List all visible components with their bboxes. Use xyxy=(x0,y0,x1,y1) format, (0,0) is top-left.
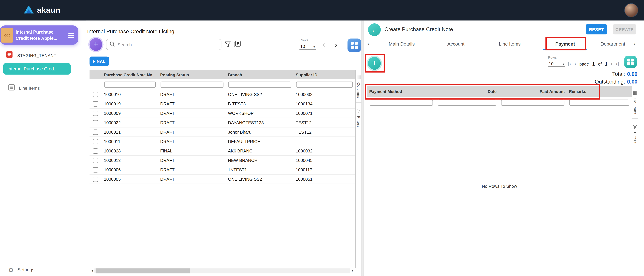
filter-remarks-input[interactable] xyxy=(569,99,629,106)
tenant-selector[interactable]: STAGING_TENANT xyxy=(6,51,56,60)
filter-branch-input[interactable] xyxy=(228,81,291,88)
row-checkbox[interactable] xyxy=(93,148,98,153)
table-row[interactable]: 1000022DRAFTDAYANGTEST123TEST12 xyxy=(90,118,356,128)
create-credit-note-panel: ← Create Purchase Credit Note RESET CREA… xyxy=(364,20,644,276)
column-header-supplier-id[interactable]: Supplier ID xyxy=(294,72,355,77)
add-payment-button[interactable]: + xyxy=(368,57,381,70)
detail-title: Create Purchase Credit Note xyxy=(384,26,453,32)
active-tab-underline xyxy=(543,49,587,50)
tab-line-items[interactable]: Line Items xyxy=(490,38,529,50)
filter-note-no-input[interactable] xyxy=(104,81,156,88)
table-row[interactable]: 1000011DRAFTDEFAULTPRICE xyxy=(90,137,356,146)
menu-icon[interactable] xyxy=(68,31,74,39)
column-header-paid-amount[interactable]: Paid Amount xyxy=(498,89,567,94)
filters-tab-label: Filters xyxy=(633,132,637,143)
add-credit-note-button[interactable]: + xyxy=(90,38,102,51)
of-label: of xyxy=(598,61,602,66)
rows-per-page-widget: Rows 10 ▾ xyxy=(300,38,316,50)
table-settings-button[interactable] xyxy=(348,38,361,52)
tab-department[interactable]: Department xyxy=(594,38,632,50)
create-button[interactable]: CREATE xyxy=(613,24,636,34)
first-page-icon[interactable]: |‹ xyxy=(568,61,571,66)
brand-name: akaun xyxy=(37,6,60,15)
tenant-name: STAGING_TENANT xyxy=(17,53,56,58)
column-header-payment-method[interactable]: Payment Method xyxy=(367,89,436,94)
filter-icon[interactable] xyxy=(225,41,231,47)
row-checkbox[interactable] xyxy=(93,176,98,182)
payment-table: Payment Method Date Paid Amount Remarks xyxy=(367,86,632,108)
column-header-posting-status[interactable]: Posting Status xyxy=(158,72,226,77)
tab-main-details[interactable]: Main Details xyxy=(380,38,423,50)
column-header-branch[interactable]: Branch xyxy=(226,72,294,77)
copy-list-icon[interactable] xyxy=(234,40,240,47)
akaun-triangle-icon xyxy=(24,5,34,15)
scrollbar-thumb[interactable] xyxy=(96,268,190,273)
row-checkbox[interactable] xyxy=(93,101,98,106)
row-checkbox[interactable] xyxy=(93,129,98,135)
rows-per-page-select[interactable]: 10 ▾ xyxy=(548,60,565,67)
row-checkbox[interactable] xyxy=(93,120,98,125)
tenant-icon xyxy=(6,51,13,60)
final-status-filter-chip[interactable]: FINAL xyxy=(90,56,109,66)
scroll-left-icon[interactable]: ◂ xyxy=(90,268,94,274)
listing-title: Internal Purchase Credit Note Listing xyxy=(87,28,174,34)
columns-panel-toggle[interactable]: Columns xyxy=(356,73,360,98)
filter-paid-amount-input[interactable] xyxy=(501,99,564,106)
prev-page-icon[interactable]: ‹ xyxy=(322,40,326,49)
table-row[interactable]: 1000005DRAFTONE LIVING SS21000051 xyxy=(90,175,356,184)
row-checkbox[interactable] xyxy=(93,167,98,172)
rows-per-page-select[interactable]: 10 ▾ xyxy=(300,43,316,50)
scrollbar-track[interactable] xyxy=(94,268,350,273)
column-header-date[interactable]: Date xyxy=(436,89,498,94)
columns-panel-toggle[interactable]: Columns xyxy=(633,89,637,115)
panel-divider xyxy=(362,20,364,276)
row-checkbox[interactable] xyxy=(93,92,98,97)
caret-down-icon: ▾ xyxy=(313,45,315,49)
search-input[interactable] xyxy=(118,42,221,47)
user-avatar[interactable] xyxy=(624,3,638,17)
last-page-icon[interactable]: ›| xyxy=(616,61,619,66)
payment-filter-row xyxy=(367,97,632,108)
rows-per-page-widget: Rows 10 ▾ xyxy=(548,55,565,67)
table-settings-button[interactable] xyxy=(624,56,636,68)
table-row[interactable]: 1000013DRAFTNEW BRANCH1000045 xyxy=(90,156,356,165)
filters-panel-toggle[interactable]: Filters xyxy=(356,107,360,128)
row-checkbox[interactable] xyxy=(93,139,98,144)
filter-posting-status-input[interactable] xyxy=(160,81,223,88)
settings-button[interactable]: ⚙ Settings xyxy=(8,267,34,273)
filters-panel-toggle[interactable]: Filters xyxy=(633,123,637,143)
row-checkbox[interactable] xyxy=(93,158,98,163)
reset-button[interactable]: RESET xyxy=(586,24,607,34)
prev-page-icon[interactable]: ‹ xyxy=(574,61,576,66)
next-page-icon[interactable]: › xyxy=(611,61,612,66)
tab-payment[interactable]: Payment xyxy=(543,38,587,50)
column-header-note-no[interactable]: Purchase Credit Note No xyxy=(102,72,158,77)
back-button[interactable]: ← xyxy=(368,23,381,36)
sidebar: logo Internal Purchase Credit Note Apple… xyxy=(0,20,72,276)
filter-payment-method-input[interactable] xyxy=(370,99,433,106)
app-switcher[interactable]: logo Internal Purchase Credit Note Apple… xyxy=(0,25,78,45)
payment-pagination: |‹ ‹ page 1 of 1 › ›| xyxy=(568,61,619,66)
table-row[interactable]: 1000019DRAFTB-TEST31000134 xyxy=(90,99,356,109)
sidebar-item-line-items[interactable]: Line Items xyxy=(8,84,40,92)
filters-icon xyxy=(633,123,637,131)
column-header-remarks[interactable]: Remarks xyxy=(567,89,632,94)
total-line: Total: 0.00 xyxy=(612,71,638,77)
table-row[interactable]: 1000021DRAFTJohor BharuTEST12 xyxy=(90,128,356,137)
scroll-right-icon[interactable]: ▸ xyxy=(350,268,355,274)
next-page-icon[interactable]: › xyxy=(334,40,338,49)
tabs-scroll-left-icon[interactable]: ‹ xyxy=(367,40,370,47)
table-row[interactable]: 1000009DRAFTWORKSHOP1000071 xyxy=(90,109,356,118)
page-label: page xyxy=(579,61,589,66)
table-row[interactable]: 1000006DRAFT1NTEST11000117 xyxy=(90,165,356,175)
sidebar-item-internal-purchase-credit-note[interactable]: Internal Purchase Cred... xyxy=(3,63,71,74)
filter-date-input[interactable] xyxy=(438,99,496,106)
filter-supplier-id-input[interactable] xyxy=(296,81,353,88)
table-row[interactable]: 1000028FINALAK6 BRANCH1000032 xyxy=(90,146,356,156)
tabs-scroll-right-icon[interactable]: › xyxy=(634,40,636,47)
table-row[interactable]: 1000010DRAFTONE LIVING SS21000032 xyxy=(90,90,356,99)
brand-logo[interactable]: akaun xyxy=(24,0,60,20)
rows-label: Rows xyxy=(548,55,565,59)
tab-account[interactable]: Account xyxy=(438,38,474,50)
row-checkbox[interactable] xyxy=(93,111,98,116)
